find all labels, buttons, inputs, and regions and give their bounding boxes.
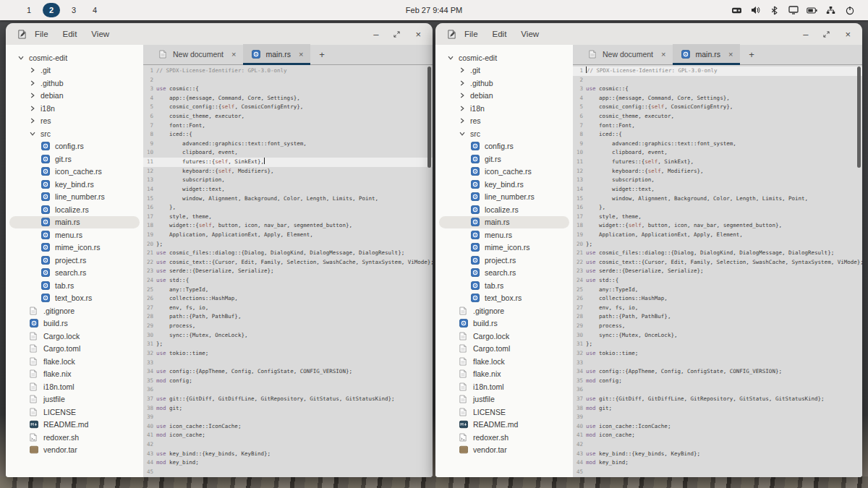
tree-item-search.rs[interactable]: search.rs [9, 267, 140, 280]
code-line-9[interactable]: 9 advanced::graphics::text::font_system, [143, 140, 433, 149]
network-icon[interactable] [825, 5, 836, 16]
code-line-28[interactable]: 28 path::{Path, PathBuf}, [143, 312, 433, 322]
tree-item-main.rs[interactable]: main.rs [9, 216, 140, 229]
tree-item-i18n[interactable]: i18n [9, 102, 140, 115]
tree-item-text_box.rs[interactable]: text_box.rs [439, 292, 569, 305]
maximize-button[interactable] [823, 31, 830, 38]
tree-item-i18n.toml[interactable]: i18n.toml [9, 380, 140, 393]
display-icon[interactable] [788, 5, 799, 16]
code-line-3[interactable]: 3use cosmic::{ [573, 85, 862, 94]
tab-close-icon[interactable]: × [661, 50, 665, 59]
code-line-2[interactable]: 2 [143, 76, 433, 85]
tree-item-cosmic-edit[interactable]: cosmic-edit [439, 51, 569, 64]
code-line-22[interactable]: 22use cosmic_text::{Cursor, Edit, Family… [573, 258, 862, 267]
close-button[interactable]: × [845, 30, 851, 39]
tab-main.rs[interactable]: main.rs× [673, 44, 740, 64]
tab-bar[interactable]: New document×main.rs×+ [573, 45, 862, 65]
code-line-13[interactable]: 13 subscription, [143, 176, 433, 185]
tree-item-search.rs[interactable]: search.rs [439, 267, 569, 280]
code-line-20[interactable]: 20}; [573, 240, 862, 249]
window-controls[interactable]: – × [803, 30, 851, 39]
tree-item-README.md[interactable]: README.md [439, 419, 569, 432]
tree-item-justfile[interactable]: justfile [9, 393, 140, 406]
code-line-16[interactable]: 16 }, [143, 203, 433, 213]
code-line-22[interactable]: 22use cosmic_text::{Cursor, Edit, Family… [143, 258, 433, 267]
chevron-right-icon[interactable] [459, 118, 465, 124]
tree-item-redoxer.sh[interactable]: redoxer.sh [9, 431, 140, 444]
cosmic-edit-app-icon[interactable] [447, 29, 457, 39]
code-line-29[interactable]: 29 process, [573, 322, 862, 331]
code-line-14[interactable]: 14 widget::text, [143, 185, 433, 194]
titlebar[interactable]: FileEditView – × [435, 23, 862, 45]
code-line-7[interactable]: 7 font::Font, [573, 121, 862, 131]
code-line-1[interactable]: 1// SPDX-License-Identifier: GPL-3.0-onl… [143, 67, 433, 76]
tree-item-.gitignore[interactable]: .gitignore [439, 304, 569, 317]
code-line-16[interactable]: 16 }, [573, 203, 862, 213]
code-line-25[interactable]: 25 any::TypeId, [143, 286, 433, 295]
tree-item-Cargo.lock[interactable]: Cargo.lock [9, 330, 140, 343]
minimize-button[interactable]: – [373, 30, 378, 39]
tab-main.rs[interactable]: main.rs× [243, 44, 310, 64]
code-line-34[interactable]: 34use config::{AppTheme, Config, ConfigS… [573, 367, 862, 377]
tree-item-.github[interactable]: .github [9, 77, 140, 90]
tree-item-build.rs[interactable]: build.rs [9, 317, 140, 330]
code-line-21[interactable]: 21use cosmic_files::dialog::{Dialog, Dia… [143, 249, 433, 258]
tree-item-LICENSE[interactable]: LICENSE [9, 406, 140, 419]
code-line-6[interactable]: 6 cosmic_theme, executor, [143, 112, 433, 121]
code-line-14[interactable]: 14 widget::text, [573, 185, 862, 194]
tab-new-document[interactable]: New document× [580, 44, 673, 64]
code-editor[interactable]: 1// SPDX-License-Identifier: GPL-3.0-onl… [573, 65, 862, 477]
code-line-32[interactable]: 32use tokio::time; [143, 349, 433, 359]
code-line-8[interactable]: 8 iced::{ [573, 130, 862, 140]
code-line-17[interactable]: 17 style, theme, [143, 213, 433, 222]
tree-item-res[interactable]: res [9, 115, 140, 128]
tree-item-Cargo.toml[interactable]: Cargo.toml [9, 343, 140, 356]
tree-item-vendor.tar[interactable]: vendor.tar [439, 444, 569, 457]
menu-file[interactable]: File [464, 30, 478, 38]
tree-item-.git[interactable]: .git [9, 64, 140, 77]
file-tree-sidebar[interactable]: cosmic-edit.git.githubdebiani18nressrcco… [435, 45, 573, 477]
code-line-41[interactable]: 41mod icon_cache; [573, 431, 862, 440]
code-line-6[interactable]: 6 cosmic_theme, executor, [573, 112, 862, 121]
code-line-31[interactable]: 31}; [143, 340, 433, 349]
tree-item-text_box.rs[interactable]: text_box.rs [9, 292, 140, 305]
tree-item-line_number.rs[interactable]: line_number.rs [9, 191, 140, 204]
code-line-25[interactable]: 25 any::TypeId, [573, 286, 862, 295]
window-controls[interactable]: – × [373, 30, 421, 39]
code-line-5[interactable]: 5 cosmic_config::{self, CosmicConfigEntr… [143, 103, 433, 112]
code-line-36[interactable]: 36 [573, 385, 862, 395]
chevron-right-icon[interactable] [30, 93, 35, 98]
volume-icon[interactable] [750, 5, 761, 16]
code-line-20[interactable]: 20}; [143, 240, 433, 249]
code-line-4[interactable]: 4 app::{message, Command, Core, Settings… [573, 94, 862, 103]
code-line-38[interactable]: 38mod git; [143, 404, 433, 414]
editor-scrollbar[interactable] [427, 67, 431, 168]
tree-item-line_number.rs[interactable]: line_number.rs [439, 191, 569, 204]
tree-item-mime_icon.rs[interactable]: mime_icon.rs [439, 241, 569, 254]
code-line-1[interactable]: 1// SPDX-License-Identifier: GPL-3.0-onl… [573, 67, 862, 76]
chevron-down-icon[interactable] [18, 55, 24, 61]
chevron-down-icon[interactable] [30, 131, 35, 137]
maximize-button[interactable] [393, 31, 400, 38]
tree-item-tab.rs[interactable]: tab.rs [9, 279, 140, 292]
tree-item-git.rs[interactable]: git.rs [439, 153, 569, 166]
code-line-13[interactable]: 13 subscription, [573, 176, 862, 185]
code-line-15[interactable]: 15 window, Alignment, Background, Color,… [143, 194, 433, 204]
power-icon[interactable] [844, 5, 855, 16]
new-tab-button[interactable]: + [310, 49, 333, 60]
code-line-18[interactable]: 18 widget::{self, button, icon, nav_bar,… [573, 221, 862, 231]
tree-item-vendor.tar[interactable]: vendor.tar [9, 444, 140, 457]
menu-view[interactable]: View [91, 30, 109, 38]
code-line-37[interactable]: 37use git::{GitDiff, GitDiffLine, GitRep… [573, 395, 862, 404]
input-source-icon[interactable] [731, 5, 742, 16]
code-line-18[interactable]: 18 widget::{self, button, icon, nav_bar,… [143, 221, 433, 231]
chevron-down-icon[interactable] [448, 55, 454, 61]
battery-icon[interactable] [807, 5, 817, 16]
code-line-11[interactable]: 11 futures::{self, SinkExt}, [143, 158, 433, 167]
code-line-12[interactable]: 12 keyboard::{self, Modifiers}, [143, 167, 433, 176]
tree-item-LICENSE[interactable]: LICENSE [439, 406, 569, 419]
chevron-right-icon[interactable] [30, 118, 35, 124]
menu-edit[interactable]: Edit [63, 30, 77, 38]
code-line-40[interactable]: 40use icon_cache::IconCache; [573, 422, 862, 432]
code-line-27[interactable]: 27 env, fs, io, [573, 304, 862, 313]
